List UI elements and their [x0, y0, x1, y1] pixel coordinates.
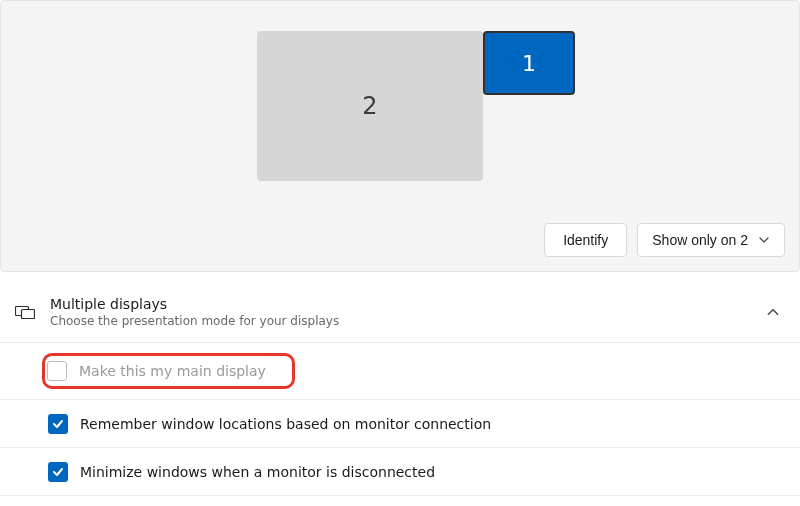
displays-icon: [14, 304, 36, 320]
minimize-disconnect-checkbox[interactable]: [48, 462, 68, 482]
projection-mode-dropdown[interactable]: Show only on 2: [637, 223, 785, 257]
monitor-1-label: 1: [522, 51, 536, 76]
chevron-down-icon: [758, 234, 770, 246]
arrangement-buttons: Identify Show only on 2: [544, 223, 785, 257]
option-row-main-display-wrap: Make this my main display: [0, 343, 800, 400]
minimize-disconnect-label: Minimize windows when a monitor is disco…: [80, 464, 435, 480]
section-title: Multiple displays: [50, 296, 760, 312]
monitor-1[interactable]: 1: [483, 31, 575, 95]
section-text: Multiple displays Choose the presentatio…: [50, 296, 760, 328]
monitor-2[interactable]: 2: [257, 31, 483, 181]
identify-button-label: Identify: [563, 232, 608, 248]
svg-rect-1: [22, 310, 35, 319]
remember-locations-label: Remember window locations based on monit…: [80, 416, 491, 432]
check-icon: [51, 465, 65, 479]
monitor-canvas[interactable]: 2 1: [15, 15, 785, 205]
option-row-minimize-disconnect[interactable]: Minimize windows when a monitor is disco…: [0, 448, 800, 496]
option-row-remember-locations[interactable]: Remember window locations based on monit…: [0, 400, 800, 448]
multiple-displays-header[interactable]: Multiple displays Choose the presentatio…: [0, 280, 800, 343]
identify-button[interactable]: Identify: [544, 223, 627, 257]
option-row-ease-cursor[interactable]: Ease cursor movement between displays: [0, 496, 800, 506]
display-arrangement-panel: 2 1 Identify Show only on 2: [0, 0, 800, 272]
main-display-label: Make this my main display: [79, 363, 266, 379]
monitor-2-label: 2: [362, 92, 377, 120]
check-icon: [51, 417, 65, 431]
annotation-highlight: Make this my main display: [42, 353, 295, 389]
projection-mode-label: Show only on 2: [652, 232, 748, 248]
main-display-checkbox: [47, 361, 67, 381]
section-subtitle: Choose the presentation mode for your di…: [50, 314, 760, 328]
remember-locations-checkbox[interactable]: [48, 414, 68, 434]
chevron-up-icon[interactable]: [760, 299, 786, 325]
